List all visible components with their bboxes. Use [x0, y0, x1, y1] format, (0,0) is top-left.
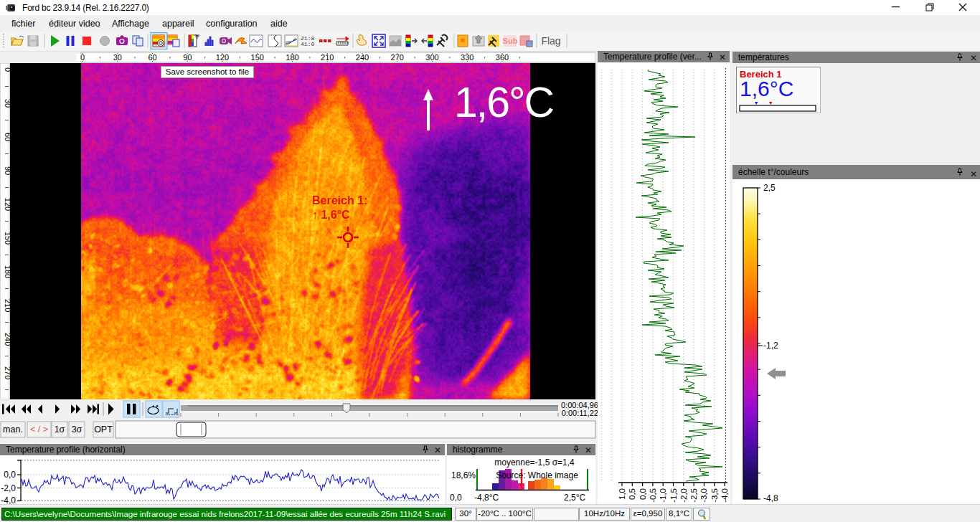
svg-text:< / >: < / > [30, 424, 48, 435]
svg-text:OPT: OPT [94, 424, 113, 435]
svg-text:180: 180 [4, 265, 11, 278]
svg-text:-3,0: -3,0 [699, 488, 708, 503]
svg-text:0,0: 0,0 [4, 470, 16, 480]
svg-text:-3,5: -3,5 [710, 488, 719, 503]
svg-text:-2,5: -2,5 [689, 488, 698, 503]
svg-text:41:0: 41:0 [301, 41, 314, 47]
svg-text:240: 240 [356, 53, 369, 62]
svg-text:0,5: 0,5 [628, 488, 636, 500]
svg-text:120: 120 [4, 198, 11, 211]
svg-text:300: 300 [425, 53, 438, 62]
svg-text:150: 150 [251, 53, 264, 62]
svg-text:270: 270 [4, 366, 11, 379]
svg-text:3σ: 3σ [72, 424, 83, 435]
svg-text:-4,0: -4,0 [720, 488, 729, 503]
svg-text:60: 60 [148, 53, 156, 62]
svg-text:150: 150 [4, 232, 11, 245]
svg-text:240: 240 [4, 333, 11, 346]
svg-text:180: 180 [286, 53, 298, 62]
svg-text:2,5: 2,5 [763, 183, 776, 193]
svg-text:-1,5: -1,5 [669, 488, 678, 503]
svg-text:210: 210 [4, 299, 11, 312]
svg-text:-0,5: -0,5 [649, 488, 657, 503]
svg-text:270: 270 [391, 53, 404, 62]
svg-text:330: 330 [461, 53, 473, 62]
svg-text:-1,0: -1,0 [659, 488, 667, 503]
svg-text:1σ: 1σ [55, 424, 65, 435]
svg-text:-2,0: -2,0 [1, 483, 16, 493]
svg-text:Flag: Flag [541, 35, 560, 47]
svg-text:-2,0: -2,0 [679, 488, 688, 503]
svg-text:30: 30 [4, 99, 11, 108]
svg-text:man.: man. [3, 424, 23, 435]
svg-text:90: 90 [4, 166, 11, 175]
svg-text:-1,2: -1,2 [763, 341, 778, 351]
svg-text:90: 90 [183, 53, 192, 62]
svg-text:210: 210 [321, 53, 334, 62]
svg-text:0,0: 0,0 [639, 488, 647, 500]
svg-text:360: 360 [496, 53, 509, 62]
svg-text:30: 30 [113, 53, 122, 62]
svg-text:0:00:11,22: 0:00:11,22 [562, 409, 598, 417]
svg-text:120: 120 [216, 53, 229, 62]
svg-text:0: 0 [4, 67, 11, 72]
svg-text:0: 0 [80, 53, 85, 62]
svg-text:1,0: 1,0 [618, 488, 626, 500]
svg-text:-4,8: -4,8 [763, 493, 778, 503]
svg-text:60: 60 [4, 133, 11, 141]
